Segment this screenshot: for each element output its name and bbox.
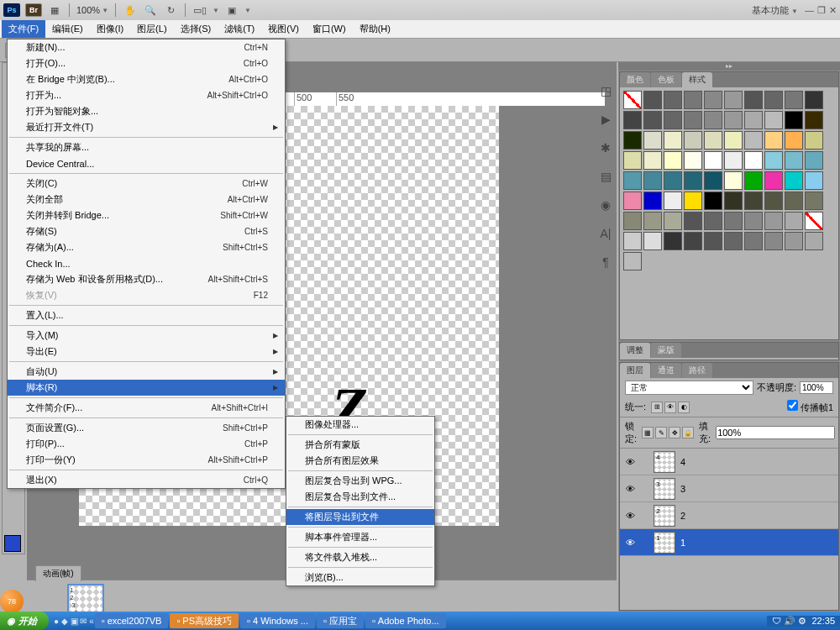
style-swatch[interactable] [684, 151, 702, 170]
style-swatch[interactable] [724, 232, 743, 250]
arrange-icon[interactable]: ▭▯ [192, 3, 207, 17]
style-swatch[interactable] [643, 212, 662, 230]
menu-e[interactable]: 编辑(E) [45, 20, 90, 38]
start-button[interactable]: ◉ 开始 [0, 612, 49, 630]
file-menu-item[interactable]: 打开(O)...Ctrl+O [8, 55, 285, 71]
hand-icon[interactable]: ✋ [123, 3, 138, 17]
script-menu-item[interactable]: 拼合所有图层效果 [286, 453, 434, 469]
style-swatch[interactable] [704, 232, 722, 250]
layer-row[interactable]: 👁33 [620, 475, 838, 502]
rotate-icon[interactable]: ↻ [163, 3, 178, 17]
file-menu-item[interactable]: 自动(U) [8, 364, 285, 380]
blend-mode-select[interactable]: 正常 [625, 381, 753, 395]
menu-s[interactable]: 选择(S) [174, 20, 218, 38]
unify-visibility-icon[interactable]: 👁 [664, 402, 676, 413]
script-menu-item[interactable]: 图层复合导出到文件... [286, 489, 434, 505]
style-swatch[interactable] [805, 192, 823, 210]
style-swatch[interactable] [785, 151, 803, 170]
lock-all-icon[interactable]: 🔒 [682, 427, 694, 438]
style-swatch[interactable] [664, 232, 682, 250]
style-swatch[interactable] [684, 232, 702, 250]
notification-orb[interactable]: 78 [0, 590, 24, 613]
style-swatch[interactable] [744, 232, 763, 250]
style-swatch[interactable] [684, 111, 702, 129]
minimize-icon[interactable]: — [805, 5, 814, 16]
style-swatch[interactable] [764, 232, 783, 250]
file-menu-item[interactable]: 在 Bridge 中浏览(B)...Alt+Ctrl+O [8, 71, 285, 87]
file-menu-item[interactable]: 置入(L)... [8, 307, 285, 323]
style-swatch[interactable] [643, 232, 662, 250]
style-swatch[interactable] [764, 151, 783, 170]
file-menu-item[interactable]: 存储为(A)...Shift+Ctrl+S [8, 239, 285, 255]
menu-w[interactable]: 窗口(W) [306, 20, 353, 38]
screen-mode-icon[interactable]: ▣ [224, 3, 239, 17]
file-menu-item[interactable]: 打开为智能对象... [8, 103, 285, 119]
style-swatch[interactable] [744, 91, 763, 109]
file-menu-item[interactable]: 页面设置(G)...Shift+Ctrl+P [8, 420, 285, 436]
file-menu-item[interactable]: 导入(M) [8, 328, 285, 344]
style-swatch[interactable] [764, 131, 783, 150]
style-swatch[interactable] [764, 91, 783, 109]
style-swatch[interactable] [744, 212, 763, 230]
foreground-color[interactable] [4, 535, 21, 552]
file-menu-item[interactable]: 关闭全部Alt+Ctrl+W [8, 192, 285, 207]
style-swatch[interactable] [623, 252, 642, 270]
style-swatch[interactable] [744, 131, 763, 150]
style-swatch[interactable] [785, 131, 803, 150]
navigator-icon[interactable]: ◳ [596, 84, 615, 101]
file-menu-item[interactable]: 共享我的屏幕... [8, 139, 285, 155]
file-menu-item[interactable]: 最近打开文件(T) [8, 119, 285, 135]
style-swatch[interactable] [684, 192, 702, 210]
lock-position-icon[interactable]: ✥ [669, 427, 680, 438]
unify-style-icon[interactable]: ◐ [678, 402, 690, 413]
style-swatch[interactable] [764, 212, 783, 230]
style-swatch[interactable] [704, 91, 722, 109]
style-swatch[interactable] [805, 171, 823, 190]
style-swatch[interactable] [623, 111, 642, 129]
style-swatch[interactable] [704, 171, 722, 190]
histogram-icon[interactable]: ▶ [596, 113, 615, 129]
style-swatch[interactable] [805, 111, 823, 129]
style-swatch[interactable] [623, 171, 642, 190]
file-menu-item[interactable]: 打印一份(Y)Alt+Shift+Ctrl+P [8, 452, 285, 468]
lock-pixels-icon[interactable]: ✎ [655, 427, 667, 438]
tab-layers[interactable]: 图层 [620, 363, 650, 378]
style-swatch[interactable] [704, 111, 722, 129]
style-swatch[interactable] [623, 232, 642, 250]
file-menu-item[interactable]: Check In... [8, 255, 285, 271]
file-menu-item[interactable]: 脚本(R) [8, 380, 285, 396]
script-menu-item[interactable]: 脚本事件管理器... [286, 529, 434, 545]
style-swatch[interactable] [704, 131, 722, 150]
actions-icon[interactable]: ◉ [596, 198, 615, 215]
style-swatch[interactable] [643, 192, 662, 210]
style-swatch[interactable] [623, 151, 642, 170]
style-swatch[interactable] [724, 91, 743, 109]
style-swatch[interactable] [744, 111, 763, 129]
file-menu-item[interactable]: 关闭并转到 Bridge...Shift+Ctrl+W [8, 207, 285, 223]
style-swatch[interactable] [623, 192, 642, 210]
style-swatch[interactable] [785, 192, 803, 210]
style-swatch[interactable] [643, 91, 662, 109]
script-menu-item[interactable]: 图像处理器... [286, 417, 434, 433]
style-swatch[interactable] [785, 232, 803, 250]
style-swatch[interactable] [785, 111, 803, 129]
file-menu-item[interactable]: 导出(E) [8, 344, 285, 360]
style-swatch[interactable] [664, 212, 682, 230]
style-swatch[interactable] [724, 171, 743, 190]
close-icon[interactable]: ✕ [829, 5, 837, 16]
taskbar-item[interactable]: ▫4 Windows ... [240, 613, 315, 628]
style-swatch[interactable] [643, 131, 662, 150]
tab-channels[interactable]: 通道 [651, 363, 681, 378]
fill-input[interactable] [716, 426, 835, 439]
system-tray[interactable]: 🛡 🔊 ⚙ 22:35 [767, 616, 840, 627]
file-menu-item[interactable]: 存储(S)Ctrl+S [8, 223, 285, 239]
opacity-input[interactable] [800, 381, 833, 394]
propagate-checkbox[interactable] [787, 400, 798, 411]
tab-styles[interactable]: 样式 [682, 72, 712, 87]
style-swatch[interactable] [724, 212, 743, 230]
style-swatch[interactable] [704, 151, 722, 170]
zoom-level[interactable]: 100%▼ [76, 5, 108, 15]
layer-thumbnail[interactable]: 3 [654, 478, 675, 500]
unify-position-icon[interactable]: ⊞ [651, 402, 663, 413]
style-swatch[interactable] [744, 151, 763, 170]
